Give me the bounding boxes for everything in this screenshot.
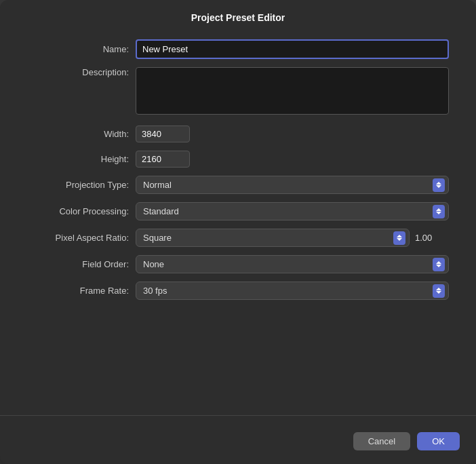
name-label: Name: <box>27 44 136 54</box>
pixel-aspect-ratio-select-wrapper: Square 16:9 Anamorphic 4:3 Anamorphic <box>136 229 410 247</box>
description-row: Description: <box>27 67 449 117</box>
projection-type-control: Normal Spherical Cylindrical Cube Map <box>136 176 449 194</box>
field-order-label: Field Order: <box>27 259 136 269</box>
field-order-select[interactable]: None Upper First Lower First <box>136 255 449 273</box>
color-processing-row: Color Processing: Standard HDR Log <box>27 202 449 220</box>
description-label: Description: <box>27 67 136 77</box>
dialog-footer: Cancel OK <box>0 423 476 464</box>
project-preset-editor-dialog: Project Preset Editor Name: Description:… <box>0 0 476 464</box>
color-processing-label: Color Processing: <box>27 206 136 216</box>
projection-type-row: Projection Type: Normal Spherical Cylind… <box>27 176 449 194</box>
name-input[interactable] <box>136 39 449 59</box>
pixel-ratio-inner-row: Square 16:9 Anamorphic 4:3 Anamorphic 1.… <box>136 229 449 247</box>
description-input[interactable] <box>136 67 449 115</box>
frame-rate-select[interactable]: 23.976 fps 24 fps 25 fps 29.97 fps 30 fp… <box>136 282 449 300</box>
frame-rate-control: 23.976 fps 24 fps 25 fps 29.97 fps 30 fp… <box>136 282 449 300</box>
field-order-select-wrapper: None Upper First Lower First <box>136 255 449 273</box>
projection-type-select-wrapper: Normal Spherical Cylindrical Cube Map <box>136 176 449 194</box>
field-order-row: Field Order: None Upper First Lower Firs… <box>27 255 449 273</box>
height-row: Height: <box>27 151 449 168</box>
width-input[interactable] <box>136 125 190 142</box>
color-processing-control: Standard HDR Log <box>136 202 449 220</box>
ok-button[interactable]: OK <box>417 432 460 450</box>
frame-rate-label: Frame Rate: <box>27 286 136 296</box>
height-control <box>136 151 449 168</box>
name-control <box>136 39 449 59</box>
pixel-aspect-ratio-row: Pixel Aspect Ratio: Square 16:9 Anamorph… <box>27 229 449 247</box>
projection-type-label: Projection Type: <box>27 180 136 190</box>
color-processing-select[interactable]: Standard HDR Log <box>136 202 449 220</box>
field-order-control: None Upper First Lower First <box>136 255 449 273</box>
height-label: Height: <box>27 154 136 164</box>
frame-rate-select-wrapper: 23.976 fps 24 fps 25 fps 29.97 fps 30 fp… <box>136 282 449 300</box>
frame-rate-row: Frame Rate: 23.976 fps 24 fps 25 fps 29.… <box>27 282 449 300</box>
footer-divider <box>0 415 476 416</box>
projection-type-select[interactable]: Normal Spherical Cylindrical Cube Map <box>136 176 449 194</box>
width-label: Width: <box>27 129 136 139</box>
pixel-aspect-ratio-value: 1.00 <box>415 233 449 243</box>
pixel-aspect-ratio-select[interactable]: Square 16:9 Anamorphic 4:3 Anamorphic <box>136 229 410 247</box>
pixel-aspect-ratio-control: Square 16:9 Anamorphic 4:3 Anamorphic 1.… <box>136 229 449 247</box>
description-control <box>136 67 449 117</box>
width-row: Width: <box>27 125 449 142</box>
height-input[interactable] <box>136 151 190 168</box>
color-processing-select-wrapper: Standard HDR Log <box>136 202 449 220</box>
pixel-aspect-ratio-label: Pixel Aspect Ratio: <box>27 233 136 243</box>
width-control <box>136 125 449 142</box>
name-row: Name: <box>27 39 449 59</box>
dialog-content: Name: Description: Width: Height: <box>0 33 476 408</box>
cancel-button[interactable]: Cancel <box>353 432 410 450</box>
dialog-title: Project Preset Editor <box>0 0 476 33</box>
